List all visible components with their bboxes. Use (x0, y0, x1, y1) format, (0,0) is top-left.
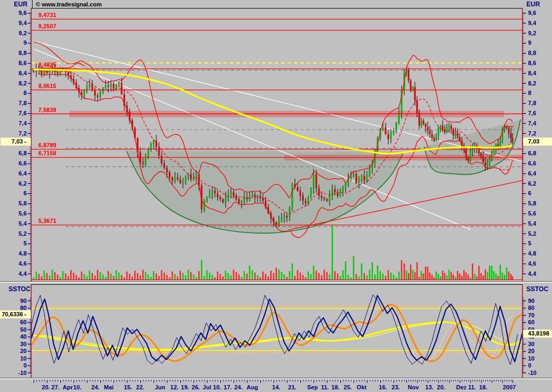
current-price-box-left: 7,03 (1, 138, 31, 146)
current-price-value: 7,03 (12, 138, 23, 145)
stochastic-value-box-left: 70,6336 (0, 310, 31, 318)
stochastic-left-axis[interactable] (0, 285, 31, 378)
stochastic-left-title: SSTOC (9, 285, 30, 293)
price-tick-dash (24, 142, 27, 142)
stochastic-right-value: 43,8198 (528, 330, 549, 337)
stochastic-value-box-right: 43,8198 (523, 330, 552, 338)
chart-svg: 9,47319,25078,48258,06157,58396,87896,71… (0, 0, 552, 392)
time-axis[interactable] (31, 378, 522, 392)
current-price-box-right: 7,03 (523, 138, 552, 146)
stochastic-plot-area[interactable] (31, 285, 522, 378)
header-divider (32, 0, 33, 8)
stochastic-right-title: SSTOC (526, 285, 548, 293)
current-price-value-right: 7,03 (528, 138, 539, 145)
right-axis-title: EUR (526, 1, 540, 8)
stoch-tick-dash (24, 315, 27, 315)
copyright-text: © www.tradesignal.com (36, 1, 102, 7)
left-axis-title: EUR (14, 1, 27, 8)
main-plot-area[interactable] (31, 9, 522, 281)
trading-chart-window: 9,47319,25078,48258,06157,58396,87896,71… (0, 0, 552, 392)
stochastic-left-value: 70,6336 (2, 311, 23, 317)
